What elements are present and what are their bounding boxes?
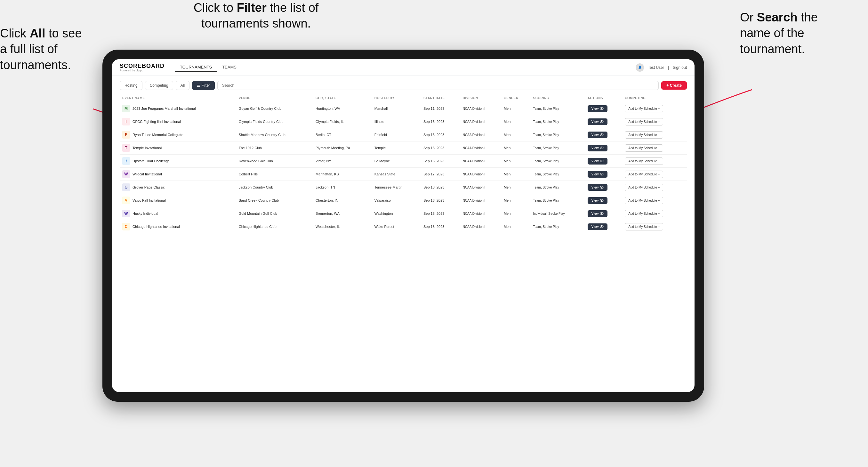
event-name-text-6: Grover Page Classic [132,185,165,189]
eye-icon-7 [600,199,603,201]
venue-cell-8: Gold Mountain Golf Club [236,207,313,220]
actions-cell-8: View [585,207,622,220]
start-date-cell-2: Sep 16, 2023 [421,128,460,142]
scoring-cell-7: Team, Stroke Play [530,194,585,207]
venue-cell-5: Colbert Hills [236,168,313,181]
user-avatar: 👤 [636,63,644,72]
event-name-text-5: Wildcat Invitational [132,172,162,176]
header-right: 👤 Test User | Sign out [636,63,687,72]
gender-cell-1: Men [501,115,531,128]
gender-cell-0: Men [501,102,531,115]
city-cell-2: Berlin, CT [313,128,372,142]
add-to-schedule-button-9[interactable]: Add to My Schedule + [625,223,663,230]
start-date-cell-9: Sep 18, 2023 [421,220,460,234]
hosted-by-cell-2: Fairfield [372,128,421,142]
add-to-schedule-button-1[interactable]: Add to My Schedule + [625,118,663,125]
col-division: DIVISION [460,94,501,102]
svg-point-12 [601,174,602,175]
table-row: M 2023 Joe Feaganes Marshall Invitationa… [120,102,687,115]
view-button-6[interactable]: View [588,184,608,191]
view-button-5[interactable]: View [588,171,608,178]
search-input[interactable] [217,81,659,90]
logo-sub: Powered by clippd [120,69,164,72]
hosted-by-cell-1: Illinois [372,115,421,128]
hosted-by-cell-4: Le Moyne [372,155,421,168]
competing-cell-7: Add to My Schedule + [622,194,687,207]
table-header-row: EVENT NAME VENUE CITY, STATE HOSTED BY S… [120,94,687,102]
event-name-text-9: Chicago Highlands Invitational [132,225,180,228]
city-cell-5: Manhattan, KS [313,168,372,181]
event-name-text-3: Temple Invitational [132,146,162,150]
gender-cell-5: Men [501,168,531,181]
city-cell-0: Huntington, WV [313,102,372,115]
all-button[interactable]: All [176,81,189,90]
actions-cell-9: View [585,220,622,234]
view-button-1[interactable]: View [588,118,608,125]
add-to-schedule-button-2[interactable]: Add to My Schedule + [625,131,663,138]
svg-point-18 [601,213,602,214]
competing-cell-9: Add to My Schedule + [622,220,687,234]
start-date-cell-1: Sep 15, 2023 [421,115,460,128]
scoring-cell-2: Team, Stroke Play [530,128,585,142]
gender-cell-4: Men [501,155,531,168]
city-cell-9: Westchester, IL [313,220,372,234]
nav-tabs: TOURNAMENTS TEAMS [175,63,636,72]
add-to-schedule-button-7[interactable]: Add to My Schedule + [625,197,663,204]
col-city-state: CITY, STATE [313,94,372,102]
event-name-cell-3: T Temple Invitational [120,142,236,155]
add-to-schedule-button-6[interactable]: Add to My Schedule + [625,184,663,191]
svg-point-10 [601,161,602,162]
venue-cell-1: Olympia Fields Country Club [236,115,313,128]
scoring-cell-9: Team, Stroke Play [530,220,585,234]
tournaments-table-container: EVENT NAME VENUE CITY, STATE HOSTED BY S… [120,94,687,387]
hosting-button[interactable]: Hosting [120,81,143,90]
event-name-cell-9: C Chicago Highlands Invitational [120,220,236,234]
city-cell-7: Chesterton, IN [313,194,372,207]
add-to-schedule-button-3[interactable]: Add to My Schedule + [625,144,663,152]
add-to-schedule-button-0[interactable]: Add to My Schedule + [625,105,663,112]
eye-icon-1 [600,120,603,123]
tablet-screen: SCOREBOARD Powered by clippd TOURNAMENTS… [112,59,694,392]
table-row: ⌇ Upstate Dual Challenge Ravenwood Golf … [120,155,687,168]
venue-cell-7: Sand Creek Country Club [236,194,313,207]
start-date-cell-4: Sep 16, 2023 [421,155,460,168]
view-button-2[interactable]: View [588,131,608,138]
view-button-7[interactable]: View [588,197,608,204]
col-start-date: START DATE [421,94,460,102]
filter-button[interactable]: ☰ Filter [192,81,215,90]
competing-button[interactable]: Competing [145,81,173,90]
eye-icon-4 [600,160,603,162]
scoring-cell-6: Team, Stroke Play [530,181,585,194]
division-cell-6: NCAA Division I [460,181,501,194]
event-name-text-1: OFCC Fighting Illini Invitational [132,120,181,124]
competing-cell-1: Add to My Schedule + [622,115,687,128]
add-to-schedule-button-4[interactable]: Add to My Schedule + [625,157,663,165]
view-button-9[interactable]: View [588,223,608,230]
hosted-by-cell-6: Tennessee-Martin [372,181,421,194]
start-date-cell-8: Sep 18, 2023 [421,207,460,220]
sign-out-link[interactable]: Sign out [673,65,687,70]
actions-cell-4: View [585,155,622,168]
event-name-text-0: 2023 Joe Feaganes Marshall Invitational [132,106,196,111]
view-button-0[interactable]: View [588,105,608,112]
division-cell-8: NCAA Division I [460,207,501,220]
actions-cell-1: View [585,115,622,128]
user-name: Test User [648,65,664,70]
actions-cell-7: View [585,194,622,207]
tab-teams[interactable]: TEAMS [217,63,242,72]
tab-tournaments[interactable]: TOURNAMENTS [175,63,217,72]
venue-cell-2: Shuttle Meadow Country Club [236,128,313,142]
venue-cell-4: Ravenwood Golf Club [236,155,313,168]
create-button[interactable]: + Create [661,81,687,90]
competing-cell-8: Add to My Schedule + [622,207,687,220]
view-button-4[interactable]: View [588,158,608,164]
city-cell-8: Bremerton, WA [313,207,372,220]
app-header: SCOREBOARD Powered by clippd TOURNAMENTS… [112,59,694,76]
hosted-by-cell-5: Kansas State [372,168,421,181]
add-to-schedule-button-8[interactable]: Add to My Schedule + [625,210,663,217]
add-to-schedule-button-5[interactable]: Add to My Schedule + [625,170,663,178]
view-button-8[interactable]: View [588,210,608,217]
actions-cell-3: View [585,142,622,155]
view-button-3[interactable]: View [588,145,608,151]
scoring-cell-4: Team, Stroke Play [530,155,585,168]
